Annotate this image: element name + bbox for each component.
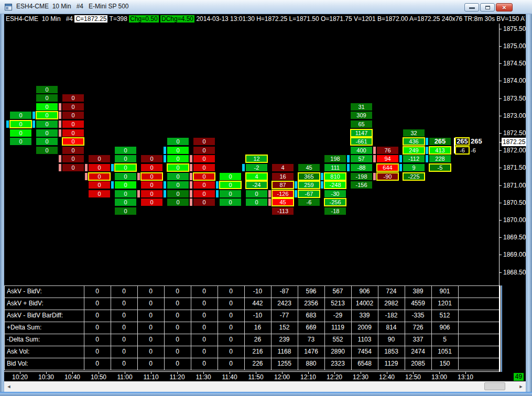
table-cell: 0 (111, 298, 137, 310)
footprint-cell: 12 (245, 155, 268, 163)
table-cell: 1129 (378, 358, 405, 370)
footprint-cell: 0 (114, 190, 137, 198)
table-cell: 2323 (324, 358, 351, 370)
scroll-right-arrow-icon[interactable]: ► (516, 381, 526, 392)
titlebar[interactable]: ESH4-CME 10 Min #4 E-Mini SP 500 ✕ (0, 0, 532, 14)
time-label: 11:30 (193, 373, 214, 381)
table-cell: 0 (191, 285, 218, 298)
footprint-cell: 76 (376, 146, 399, 155)
footprint-cell: 32 (403, 129, 425, 137)
footprint-cell: 0 (88, 163, 111, 172)
bid-volume-marker (426, 138, 428, 145)
footprint-cell: -30 (324, 190, 346, 198)
bid-volume-marker (347, 164, 350, 171)
table-cell: 0 (164, 334, 191, 346)
ask-volume-marker (373, 155, 376, 162)
footprint-cell: -112 (403, 155, 425, 163)
price-axis-separator (499, 24, 500, 285)
ask-volume-marker (190, 181, 192, 189)
footprint-cell: 0 (140, 155, 163, 163)
price-axis-label: 1875.50 (503, 25, 526, 33)
footprint-cell: 111 (324, 163, 346, 172)
ask-volume-marker (137, 173, 140, 180)
price-tick (499, 272, 502, 273)
table-cell: 0 (137, 298, 164, 310)
price-tick (499, 116, 502, 116)
table-cell: 14002 (351, 298, 378, 310)
table-cell: 0 (218, 285, 244, 298)
table-cell: 2474 (405, 346, 431, 358)
footprint-cell: 0 (36, 103, 58, 111)
footprint-cell: 45 (298, 163, 320, 172)
price-axis-label: 1869.00 (503, 250, 526, 259)
price-tick (499, 237, 502, 238)
ask-volume-marker (268, 199, 271, 206)
table-cell: 1255 (271, 358, 298, 370)
table-cell: 0 (191, 334, 218, 346)
table-cell: 0 (137, 322, 164, 334)
table-cell: 596 (298, 285, 324, 298)
footprint-cell: -88 (350, 163, 373, 172)
table-row-label: AskV - BidV: (7, 285, 42, 298)
ask-volume-marker (59, 155, 61, 162)
price-axis-label: 1868.50 (503, 268, 526, 277)
close-button[interactable]: ✕ (496, 3, 513, 12)
footprint-cell: -248 (324, 181, 346, 189)
table-cell: 0 (218, 334, 244, 346)
footprint-cell: 0 (167, 190, 189, 198)
footprint-cell: 0 (36, 120, 58, 128)
price-axis-label: 1875.00 (503, 42, 526, 50)
footprint-cell: 0 (167, 198, 189, 206)
footprint-cell: 0 (62, 163, 84, 172)
table-cell: 6548 (351, 358, 378, 370)
window-border-right[interactable] (526, 14, 532, 392)
ask-volume-marker (190, 190, 192, 197)
bid-volume-marker (164, 190, 166, 197)
table-cell: 726 (405, 322, 431, 334)
info-segment: DChg=4.50 (160, 15, 194, 23)
footprint-cell: 0 (62, 94, 84, 102)
bid-volume-marker (242, 164, 245, 171)
footprint-cell: 57 (350, 155, 373, 163)
footprint-overflow-label: 265 (471, 137, 482, 146)
ask-volume-marker (190, 173, 192, 180)
table-grid-hline (4, 370, 499, 370)
scroll-left-arrow-icon[interactable]: ◄ (4, 381, 14, 392)
footprint-cell: 198 (324, 155, 346, 163)
bid-volume-marker (399, 164, 402, 171)
time-label: 12:10 (298, 373, 319, 381)
table-cell: 0 (137, 285, 164, 298)
table-cell: 2982 (378, 298, 405, 310)
bid-volume-marker (347, 155, 350, 162)
footprint-cell: 0 (245, 190, 268, 198)
footprint-cell: 413 (429, 146, 451, 155)
footprint-cell: 0 (62, 103, 84, 111)
ask-volume-marker (85, 164, 88, 171)
price-axis-label: 1869.50 (503, 233, 526, 241)
app-icon (5, 4, 12, 10)
table-cell: 0 (137, 310, 164, 322)
minimize-button[interactable] (464, 3, 479, 12)
table-cell: 337 (405, 334, 431, 346)
restore-button[interactable] (480, 3, 495, 12)
table-cell: 552 (324, 334, 351, 346)
table-cell: 0 (191, 298, 218, 310)
footprint-cell: 0 (167, 181, 189, 189)
table-cell: 0 (111, 310, 137, 322)
bid-volume-marker (164, 155, 166, 162)
horizontal-scrollbar[interactable]: ◄ ► (4, 381, 526, 392)
table-cell: 906 (431, 322, 458, 334)
price-axis-label: 1873.00 (503, 112, 526, 120)
footprint-cell: 0 (88, 172, 111, 181)
price-axis-label: 1873.50 (503, 94, 526, 103)
footprint-cell: 0 (140, 181, 163, 189)
footprint-cell: 0 (62, 120, 84, 128)
table-cell: 1103 (351, 334, 378, 346)
footprint-cell: 0 (114, 155, 137, 163)
footprint-cell: 0 (62, 155, 84, 163)
scrollbar-thumb[interactable] (484, 382, 505, 390)
footprint-cell: 249 (403, 146, 425, 155)
table-cell: 906 (351, 285, 378, 298)
footprint-overflow-label: -6 (471, 146, 476, 155)
price-axis-label: 1874.50 (503, 59, 526, 68)
